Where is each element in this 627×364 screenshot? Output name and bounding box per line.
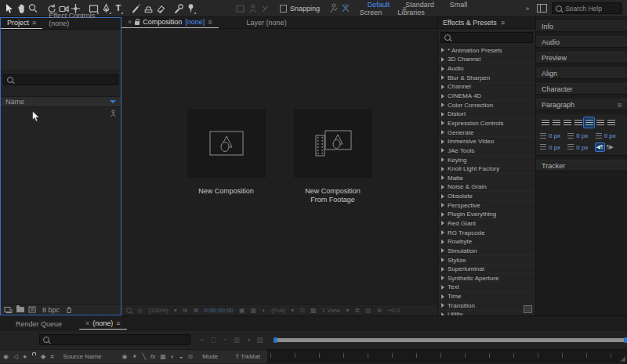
- panel-options-icon[interactable]: [524, 305, 532, 313]
- mini-flowchart-icon[interactable]: ⊕: [377, 307, 382, 314]
- align-center-button[interactable]: [551, 117, 561, 128]
- exposure-value[interactable]: +0.0: [387, 307, 400, 314]
- expand-arrow-icon[interactable]: [441, 175, 444, 180]
- channels-icon[interactable]: ◐: [262, 307, 266, 314]
- expand-arrow-icon[interactable]: [441, 48, 444, 52]
- project-search-input[interactable]: [16, 76, 114, 84]
- new-composition-from-footage-button[interactable]: New Composition From Footage: [294, 109, 372, 204]
- effects-category-row[interactable]: Knoll Light Factory: [438, 164, 535, 174]
- expand-arrow-icon[interactable]: [441, 121, 444, 125]
- time-ruler[interactable]: [267, 349, 627, 363]
- effects-category-row[interactable]: Transition: [438, 301, 535, 311]
- snapping-label[interactable]: Snapping: [290, 5, 320, 13]
- indent-left-field[interactable]: 0 px: [540, 132, 567, 139]
- effects-category-row[interactable]: CINEMA 4D: [438, 92, 535, 101]
- panel-menu-icon[interactable]: ≡: [618, 101, 622, 109]
- effects-search-input[interactable]: [454, 34, 529, 41]
- time-navigator[interactable]: [274, 338, 627, 342]
- magnification-icon[interactable]: [126, 308, 132, 313]
- close-icon[interactable]: ×: [128, 18, 132, 26]
- shy-icon[interactable]: ◉: [122, 353, 128, 360]
- mini-flowchart-icon[interactable]: ⌁: [200, 336, 204, 344]
- timecode-value[interactable]: 0;00;00;00: [204, 307, 234, 314]
- new-composition-button[interactable]: New Composition: [187, 109, 266, 204]
- panel-section-header[interactable]: Character: [536, 83, 627, 95]
- tab-effect-controls[interactable]: Effect Controls (none): [42, 10, 121, 29]
- expand-arrow-icon[interactable]: [441, 148, 444, 153]
- collapse-icon[interactable]: ✦: [132, 353, 138, 360]
- effects-category-row[interactable]: Distort: [438, 110, 535, 119]
- expand-arrow-icon[interactable]: [441, 67, 444, 71]
- indent-right-field[interactable]: 0 px: [596, 132, 623, 139]
- timeline-search-box[interactable]: [39, 334, 190, 345]
- fast-preview-icon[interactable]: ▤: [365, 307, 371, 314]
- layer-number-column[interactable]: #: [50, 353, 53, 360]
- effects-category-row[interactable]: Immersive Video: [438, 137, 535, 146]
- effects-category-row[interactable]: Matte: [438, 174, 535, 183]
- snapshot-icon[interactable]: ▣: [239, 307, 245, 314]
- expand-arrow-icon[interactable]: [441, 112, 444, 117]
- effects-category-row[interactable]: Generate: [438, 128, 535, 138]
- view-layout-value[interactable]: 1 View: [321, 307, 340, 314]
- workspace-switcher-icon[interactable]: [537, 4, 547, 13]
- timeline-search-input[interactable]: [53, 336, 187, 344]
- expand-arrow-icon[interactable]: [441, 203, 444, 207]
- effects-category-row[interactable]: Obsolete: [438, 192, 535, 201]
- effects-category-row[interactable]: Text: [438, 283, 535, 293]
- space-after-field[interactable]: 0 px: [567, 143, 595, 151]
- sort-arrow-icon[interactable]: [110, 100, 116, 103]
- region-of-interest-icon[interactable]: ⊡: [299, 307, 305, 314]
- adjustment-layer-icon[interactable]: ◒: [179, 353, 183, 360]
- motion-blur-icon[interactable]: ◑: [246, 336, 250, 344]
- project-search-box[interactable]: [3, 74, 118, 85]
- tab-composition[interactable]: × Composition [none] ≡: [121, 16, 219, 28]
- effects-category-row[interactable]: Time: [438, 292, 535, 301]
- workspace-menu-icon[interactable]: ≡: [403, 5, 407, 13]
- panel-section-header[interactable]: Align: [536, 67, 627, 79]
- motion-blur-column-icon[interactable]: ◐: [171, 353, 175, 360]
- project-name-column-header[interactable]: Name: [1, 96, 121, 107]
- grid-guides-icon[interactable]: ⊞: [183, 307, 188, 314]
- tab-timeline-none[interactable]: × (none) ≡: [79, 318, 127, 330]
- help-search-input[interactable]: [565, 5, 618, 13]
- solo-icon[interactable]: ●: [23, 353, 27, 360]
- effects-category-row[interactable]: Perspective: [438, 201, 535, 211]
- expand-arrow-icon[interactable]: [441, 248, 444, 253]
- tracker-panel-header[interactable]: Tracker: [536, 160, 627, 171]
- puppet-pin-tool-icon[interactable]: [185, 2, 197, 15]
- quality-icon[interactable]: ╲: [142, 353, 146, 360]
- effects-search-box[interactable]: [440, 32, 533, 43]
- expand-arrow-icon[interactable]: [441, 130, 444, 135]
- eraser-tool-icon[interactable]: [155, 2, 167, 15]
- resolution-value[interactable]: (Full): [271, 307, 285, 314]
- effects-category-row[interactable]: Blur & Sharpen: [438, 74, 535, 83]
- flowchart-view-icon[interactable]: [110, 110, 117, 117]
- video-visibility-icon[interactable]: ◉: [3, 353, 9, 360]
- effects-category-row[interactable]: * Animation Presets: [438, 46, 535, 56]
- selection-tool-icon[interactable]: [3, 2, 15, 15]
- effects-category-row[interactable]: Audio: [438, 64, 535, 74]
- expand-arrow-icon[interactable]: [441, 240, 444, 244]
- trash-icon[interactable]: [66, 306, 72, 314]
- panel-section-header[interactable]: Info: [536, 20, 627, 32]
- zoom-value[interactable]: (100%): [148, 307, 169, 314]
- panel-menu-icon[interactable]: ≡: [116, 319, 120, 327]
- expand-arrow-icon[interactable]: [441, 303, 444, 308]
- align-left-button[interactable]: [540, 117, 550, 128]
- effects-category-row[interactable]: Noise & Grain: [438, 183, 535, 193]
- expand-arrow-icon[interactable]: [441, 57, 444, 62]
- effects-category-row[interactable]: Expression Controls: [438, 119, 535, 128]
- effects-panel-header[interactable]: Effects & Presets ≡: [438, 17, 535, 29]
- justify-last-center-button[interactable]: [584, 117, 594, 128]
- effects-category-row[interactable]: Superluminal: [438, 265, 535, 274]
- project-settings-icon[interactable]: [28, 306, 36, 313]
- tab-project[interactable]: Project ≡: [1, 17, 42, 29]
- expand-arrow-icon[interactable]: [441, 157, 444, 162]
- snapping-checkbox[interactable]: [280, 5, 287, 13]
- panel-section-header[interactable]: Audio: [536, 36, 627, 48]
- zoom-tool-icon[interactable]: [27, 2, 39, 15]
- expand-arrow-icon[interactable]: [441, 167, 444, 171]
- first-line-indent-field[interactable]: 0 px: [567, 132, 595, 139]
- expand-arrow-icon[interactable]: [441, 94, 444, 99]
- expand-arrow-icon[interactable]: [441, 194, 444, 199]
